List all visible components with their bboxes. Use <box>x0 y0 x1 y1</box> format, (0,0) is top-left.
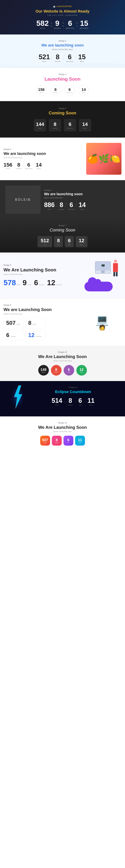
design10-hours: 8 HOURS <box>51 365 61 376</box>
design7-label: Design 7 <box>3 224 122 226</box>
design9-seconds: 12 seconds <box>26 330 46 340</box>
design10-section: Design 10 We Are Launching Soon please r… <box>0 346 125 381</box>
design2-heading: We are launching soon <box>3 43 122 48</box>
design12-subtitle: please reload after days <box>3 431 122 433</box>
design9-heading: We are Launching Soon <box>3 307 83 312</box>
design8-days: 578 days <box>3 278 20 287</box>
design5-label: Design 5 <box>3 148 86 150</box>
design11-hours: 8 HOURS <box>68 397 73 406</box>
design5-seconds: 14 SECS <box>36 162 42 169</box>
design10-countdown: 149 DAYS 8 HOURS 6 MIN 12 SECS <box>3 365 122 376</box>
lightning-decoration <box>10 384 25 409</box>
design9-section: Design 9 We are Launching Soon please re… <box>0 299 125 346</box>
design10-minutes: 6 MIN <box>64 365 74 376</box>
design9-hours: 8 hours <box>26 318 46 328</box>
design3-minutes: 6 MINUTES <box>65 85 75 96</box>
design8-section: Design 8 We Are Launching Soon please re… <box>0 252 125 299</box>
design8-minutes: 6 minutes <box>34 278 44 287</box>
design11-heading: Eclipse Countdown <box>25 390 122 394</box>
design7-hours: 8 Hrs <box>54 236 63 247</box>
design9-label: Design 9 <box>3 304 83 306</box>
design5-image: 🍊🌿🍋 <box>86 143 122 175</box>
design1-seconds: 15 SECONDS <box>80 20 89 29</box>
design9-countdown: 507 days 8 hours 6 minutes 12 seconds <box>3 318 46 340</box>
design6-heading: We are launching soon <box>44 192 120 196</box>
design12-minutes: 6 min <box>64 436 73 445</box>
design7-days: 512 Hrs <box>38 236 52 247</box>
design11-seconds: 11 SECS <box>87 397 94 406</box>
design6-label: Design 6 <box>44 189 120 191</box>
design6-subtitle: please reload after days <box>44 197 120 199</box>
design7-heading: Coming Soon <box>3 227 122 232</box>
design11-days: 514 DAYS <box>52 397 62 406</box>
design9-subtitle: please reload after days <box>3 313 83 315</box>
design6-brand: BÓLEIB <box>5 185 41 214</box>
design5-heading: We are launching soon <box>3 151 86 156</box>
design1-section: ☕ LOGOCOFFEE Our Website Is Almost Ready… <box>0 0 125 34</box>
design5-days: 156 DAYS <box>3 162 12 169</box>
design10-subtitle: please reload after days <box>3 360 122 362</box>
design12-days: 507 days <box>40 436 50 445</box>
design5-content: Design 5 We are launching soon Time left… <box>3 148 86 169</box>
design5-minutes: 6 MINUTES <box>25 162 33 169</box>
design1-subtitle: THE LIFT CAFE, LAUNCHING <box>3 14 122 16</box>
design2-section: Design 2 We are launching soon please re… <box>0 34 125 68</box>
design12-countdown: 507 days 8 hours 6 min 11 secs <box>3 436 122 445</box>
design12-section: Design 12 We Are Launching Soon please r… <box>0 416 125 451</box>
design6-hours: 8 HOURS <box>59 201 64 210</box>
design9-content: Design 9 We are Launching Soon please re… <box>3 304 83 340</box>
design7-seconds: 12 Secs <box>76 236 87 247</box>
design1-logo: ☕ LOGOCOFFEE <box>3 5 122 8</box>
design6-content: Design 6 We are launching soon please re… <box>44 185 120 214</box>
design1-heading: Our Website Is Almost Ready <box>3 9 122 13</box>
design3-label: Design 3 <box>3 73 122 75</box>
design11-countdown: 514 DAYS .. 8 HOURS .. 6 MIN .. 11 SECS <box>25 397 122 406</box>
design4-hours: 8 HOURS <box>49 119 61 131</box>
design7-countdown: 512 Hrs 8 Hrs 6 Min 12 Secs <box>3 236 122 247</box>
design4-section: Design 4 Coming Soon 144 DAYS 8 HOURS 6 … <box>0 101 125 137</box>
design5-hours: 8 HOURS <box>16 162 22 169</box>
design3-countdown: 156 DAYS 8 HOURS 6 MINUTES 14 SECS <box>3 85 122 96</box>
design5-countdown: 156 DAYS 8 HOURS 6 MINUTES 14 SECS <box>3 162 86 169</box>
design12-hours: 8 hours <box>52 436 62 445</box>
design4-days: 144 DAYS <box>34 119 46 131</box>
design8-countdown: 578 days 9 hours 6 minutes 12 seconds <box>3 278 83 287</box>
design1-minutes: 6 MINUTES <box>66 20 74 29</box>
design12-heading: We Are Launching Soon <box>3 425 122 430</box>
design8-subtitle: please reload after days <box>3 273 83 275</box>
design6-seconds: 14 SECS <box>79 201 86 210</box>
design7-minutes: 6 Min <box>65 236 74 247</box>
design3-section: Design 3 Launching Soon 156 DAYS 8 HOURS… <box>0 68 125 101</box>
design9-illustration: 💻 🧑 <box>83 314 122 331</box>
design6-brand-name: BÓLEIB <box>15 198 31 202</box>
design2-subtitle: please reload after days <box>3 48 122 51</box>
design8-hours: 9 hours <box>23 278 31 287</box>
design12-label: Design 12 <box>3 422 122 424</box>
design4-seconds: 14 SECS <box>79 119 91 131</box>
wave-decoration <box>0 61 125 68</box>
design8-label: Design 8 <box>3 264 83 266</box>
design4-heading: Coming Soon <box>3 111 122 116</box>
design11-minutes: 6 MIN <box>78 397 82 406</box>
design11-content: Design 11 Eclipse Countdown 514 DAYS .. … <box>25 386 122 406</box>
design9-minutes: 6 minutes <box>3 330 24 340</box>
design4-label: Design 4 <box>3 107 122 110</box>
cloud-decoration <box>84 282 113 291</box>
design6-minutes: 6 MINUTES <box>68 201 75 210</box>
design4-countdown: 144 DAYS 8 HOURS 6 MINUTES 14 SECS <box>3 119 122 131</box>
design11-section: Design 11 Eclipse Countdown 514 DAYS .. … <box>0 381 125 416</box>
design6-section: BÓLEIB Design 6 We are launching soon pl… <box>0 180 125 219</box>
design10-label: Design 10 <box>3 351 122 353</box>
person-illustration <box>113 259 118 276</box>
design1-countdown: 582 DAYS : 9 HOURS : 6 MINUTES : 15 SECO… <box>3 20 122 29</box>
design3-heading: Launching Soon <box>3 76 122 82</box>
design9-days: 507 days <box>3 318 24 328</box>
design6-countdown: 886 DAYS : 8 HOURS : 6 MINUTES : 14 SECS <box>44 201 120 210</box>
design12-seconds: 11 secs <box>75 436 85 445</box>
design3-days: 156 DAYS <box>36 85 47 96</box>
design10-seconds: 12 SECS <box>76 365 87 376</box>
design8-heading: We Are Launching Soon <box>3 267 83 273</box>
design11-label: Design 11 <box>25 386 122 389</box>
design10-heading: We Are Launching Soon <box>3 354 122 359</box>
monitor-icon: 🖥️ <box>95 261 111 274</box>
